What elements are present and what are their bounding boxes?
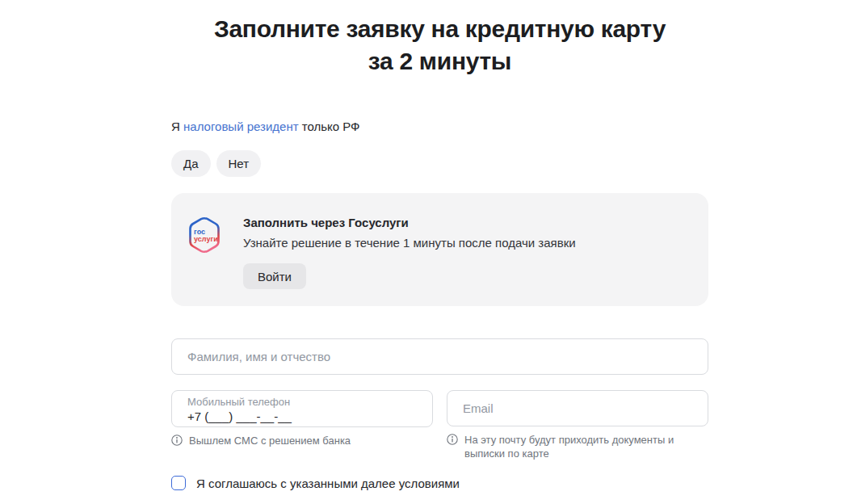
- agreement-row: Я соглашаюсь с указанными далее условиям…: [171, 476, 708, 490]
- page-title-line1: Заполните заявку на кредитную карту: [171, 13, 708, 45]
- email-hint-text: На эту почту будут приходить документы и…: [464, 433, 708, 460]
- gosuslugi-content: Заполнить через Госуслуги Узнайте решени…: [243, 216, 576, 289]
- page-title: Заполните заявку на кредитную карту за 2…: [171, 13, 708, 78]
- tax-resident-link[interactable]: налоговый резидент: [183, 120, 299, 133]
- phone-field[interactable]: Мобильный телефон: [171, 390, 433, 427]
- gosuslugi-subtitle: Узнайте решение в течение 1 минуты после…: [243, 236, 576, 250]
- resident-yes-button[interactable]: Да: [171, 150, 211, 177]
- form-container: Заполните заявку на кредитную карту за 2…: [171, 0, 708, 490]
- contact-fields-row: Мобильный телефон Вышлем СМС с решением …: [171, 390, 708, 460]
- gosuslugi-card: гос услуги Заполнить через Госуслуги Узн…: [171, 193, 708, 306]
- resident-no-button[interactable]: Нет: [216, 150, 262, 177]
- phone-field-label: Мобильный телефон: [187, 396, 417, 408]
- email-hint: На эту почту будут приходить документы и…: [447, 433, 708, 460]
- credit-card-application-page: Заполните заявку на кредитную карту за 2…: [0, 0, 857, 504]
- resident-prefix: Я: [171, 120, 180, 133]
- phone-input[interactable]: [187, 410, 417, 423]
- info-icon: [447, 434, 458, 445]
- agreement-checkbox[interactable]: [171, 476, 186, 490]
- gosuslugi-logo-text-top: гос: [194, 228, 205, 236]
- gosuslugi-login-button[interactable]: Войти: [243, 263, 306, 289]
- resident-suffix: только РФ: [302, 120, 360, 133]
- gosuslugi-logo-text-bottom: услуги: [194, 235, 218, 243]
- phone-column: Мобильный телефон Вышлем СМС с решением …: [171, 390, 433, 460]
- resident-question: Я налоговый резидент только РФ: [171, 120, 708, 134]
- info-icon: [171, 435, 183, 446]
- resident-toggle-group: Да Нет: [171, 150, 708, 177]
- phone-hint: Вышлем СМС с решением банка: [171, 434, 433, 447]
- email-column: На эту почту будут приходить документы и…: [447, 390, 708, 460]
- gosuslugi-logo-icon: гос услуги: [188, 216, 221, 254]
- email-input[interactable]: [447, 390, 708, 426]
- phone-hint-text: Вышлем СМС с решением банка: [189, 434, 351, 447]
- page-title-line2: за 2 минуты: [171, 45, 708, 78]
- agreement-label: Я соглашаюсь с указанными далее условиям…: [196, 477, 460, 490]
- full-name-input[interactable]: [171, 338, 708, 375]
- gosuslugi-title: Заполнить через Госуслуги: [243, 216, 576, 230]
